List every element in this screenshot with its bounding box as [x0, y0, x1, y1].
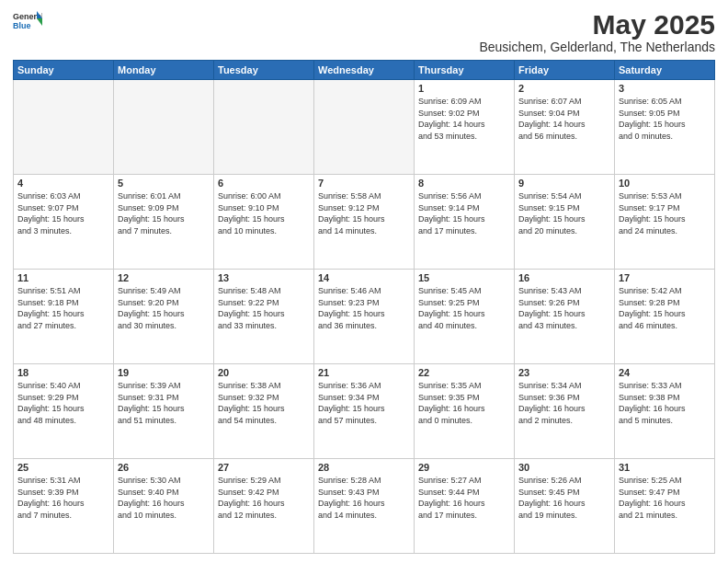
day-info: Sunrise: 5:48 AM Sunset: 9:22 PM Dayligh… [218, 285, 310, 331]
day-number: 15 [418, 272, 510, 283]
day-number: 25 [17, 462, 109, 473]
calendar-cell: 16Sunrise: 5:43 AM Sunset: 9:26 PM Dayli… [515, 270, 615, 364]
header-monday: Monday [114, 61, 214, 80]
day-info: Sunrise: 5:45 AM Sunset: 9:25 PM Dayligh… [418, 285, 510, 331]
day-info: Sunrise: 5:25 AM Sunset: 9:47 PM Dayligh… [619, 475, 711, 521]
calendar-cell [114, 80, 214, 175]
calendar-cell: 8Sunrise: 5:56 AM Sunset: 9:14 PM Daylig… [415, 175, 515, 270]
day-number: 16 [518, 272, 610, 283]
header: General Blue May 2025 Beusichem, Gelderl… [13, 9, 715, 54]
svg-text:Blue: Blue [13, 21, 31, 30]
calendar-cell: 9Sunrise: 5:54 AM Sunset: 9:15 PM Daylig… [515, 175, 615, 270]
calendar-cell: 22Sunrise: 5:35 AM Sunset: 9:35 PM Dayli… [415, 364, 515, 459]
day-info: Sunrise: 5:46 AM Sunset: 9:23 PM Dayligh… [318, 285, 410, 331]
calendar-cell: 5Sunrise: 6:01 AM Sunset: 9:09 PM Daylig… [114, 175, 214, 270]
day-info: Sunrise: 5:28 AM Sunset: 9:43 PM Dayligh… [318, 475, 410, 521]
calendar-cell: 2Sunrise: 6:07 AM Sunset: 9:04 PM Daylig… [515, 80, 615, 175]
calendar-cell: 19Sunrise: 5:39 AM Sunset: 9:31 PM Dayli… [114, 364, 214, 459]
calendar-cell: 13Sunrise: 5:48 AM Sunset: 9:22 PM Dayli… [214, 270, 314, 364]
calendar-week-5: 25Sunrise: 5:31 AM Sunset: 9:39 PM Dayli… [14, 459, 715, 554]
day-info: Sunrise: 5:42 AM Sunset: 9:28 PM Dayligh… [619, 285, 711, 331]
calendar-week-4: 18Sunrise: 5:40 AM Sunset: 9:29 PM Dayli… [14, 364, 715, 459]
day-number: 21 [318, 367, 410, 378]
calendar-week-3: 11Sunrise: 5:51 AM Sunset: 9:18 PM Dayli… [14, 270, 715, 364]
weekday-header-row: Sunday Monday Tuesday Wednesday Thursday… [14, 61, 715, 80]
day-info: Sunrise: 5:51 AM Sunset: 9:18 PM Dayligh… [17, 285, 109, 331]
calendar-cell: 1Sunrise: 6:09 AM Sunset: 9:02 PM Daylig… [415, 80, 515, 175]
day-info: Sunrise: 5:56 AM Sunset: 9:14 PM Dayligh… [418, 190, 510, 236]
header-sunday: Sunday [14, 61, 114, 80]
logo: General Blue [13, 9, 44, 31]
calendar-cell: 20Sunrise: 5:38 AM Sunset: 9:32 PM Dayli… [214, 364, 314, 459]
day-info: Sunrise: 5:53 AM Sunset: 9:17 PM Dayligh… [619, 190, 711, 236]
logo-icon: General Blue [13, 9, 42, 31]
day-number: 13 [218, 272, 310, 283]
day-info: Sunrise: 5:36 AM Sunset: 9:34 PM Dayligh… [318, 380, 410, 426]
day-info: Sunrise: 5:29 AM Sunset: 9:42 PM Dayligh… [218, 475, 310, 521]
calendar-cell: 15Sunrise: 5:45 AM Sunset: 9:25 PM Dayli… [415, 270, 515, 364]
calendar-cell: 7Sunrise: 5:58 AM Sunset: 9:12 PM Daylig… [314, 175, 415, 270]
day-info: Sunrise: 5:40 AM Sunset: 9:29 PM Dayligh… [17, 380, 109, 426]
day-info: Sunrise: 5:27 AM Sunset: 9:44 PM Dayligh… [418, 475, 510, 521]
day-number: 18 [17, 367, 109, 378]
header-thursday: Thursday [415, 61, 515, 80]
header-saturday: Saturday [615, 61, 715, 80]
day-number: 31 [619, 462, 711, 473]
day-number: 2 [518, 83, 610, 94]
calendar-cell: 12Sunrise: 5:49 AM Sunset: 9:20 PM Dayli… [114, 270, 214, 364]
day-info: Sunrise: 6:09 AM Sunset: 9:02 PM Dayligh… [418, 96, 510, 142]
calendar-cell: 28Sunrise: 5:28 AM Sunset: 9:43 PM Dayli… [314, 459, 415, 554]
day-number: 1 [418, 83, 510, 94]
calendar-cell [14, 80, 114, 175]
day-number: 12 [118, 272, 210, 283]
day-number: 26 [118, 462, 210, 473]
header-tuesday: Tuesday [214, 61, 314, 80]
day-info: Sunrise: 6:07 AM Sunset: 9:04 PM Dayligh… [518, 96, 610, 142]
day-info: Sunrise: 5:30 AM Sunset: 9:40 PM Dayligh… [118, 475, 210, 521]
day-number: 3 [619, 83, 711, 94]
day-info: Sunrise: 6:03 AM Sunset: 9:07 PM Dayligh… [17, 190, 109, 236]
day-info: Sunrise: 5:49 AM Sunset: 9:20 PM Dayligh… [118, 285, 210, 331]
calendar-cell: 11Sunrise: 5:51 AM Sunset: 9:18 PM Dayli… [14, 270, 114, 364]
calendar-cell: 29Sunrise: 5:27 AM Sunset: 9:44 PM Dayli… [415, 459, 515, 554]
day-number: 8 [418, 178, 510, 189]
calendar-title: May 2025 [479, 9, 715, 40]
day-info: Sunrise: 5:34 AM Sunset: 9:36 PM Dayligh… [518, 380, 610, 426]
calendar-cell: 25Sunrise: 5:31 AM Sunset: 9:39 PM Dayli… [14, 459, 114, 554]
day-number: 9 [518, 178, 610, 189]
day-info: Sunrise: 5:33 AM Sunset: 9:38 PM Dayligh… [619, 380, 711, 426]
calendar-cell: 6Sunrise: 6:00 AM Sunset: 9:10 PM Daylig… [214, 175, 314, 270]
day-number: 4 [17, 178, 109, 189]
calendar-subtitle: Beusichem, Gelderland, The Netherlands [479, 40, 715, 54]
calendar-cell: 23Sunrise: 5:34 AM Sunset: 9:36 PM Dayli… [515, 364, 615, 459]
day-info: Sunrise: 5:43 AM Sunset: 9:26 PM Dayligh… [518, 285, 610, 331]
day-info: Sunrise: 6:05 AM Sunset: 9:05 PM Dayligh… [619, 96, 711, 142]
title-block: May 2025 Beusichem, Gelderland, The Neth… [479, 9, 715, 54]
day-number: 29 [418, 462, 510, 473]
calendar-week-1: 1Sunrise: 6:09 AM Sunset: 9:02 PM Daylig… [14, 80, 715, 175]
day-number: 28 [318, 462, 410, 473]
day-number: 19 [118, 367, 210, 378]
day-number: 27 [218, 462, 310, 473]
calendar-cell: 17Sunrise: 5:42 AM Sunset: 9:28 PM Dayli… [615, 270, 715, 364]
calendar-table: Sunday Monday Tuesday Wednesday Thursday… [13, 60, 715, 554]
day-number: 30 [518, 462, 610, 473]
calendar-cell [314, 80, 415, 175]
day-number: 7 [318, 178, 410, 189]
day-info: Sunrise: 5:58 AM Sunset: 9:12 PM Dayligh… [318, 190, 410, 236]
day-number: 20 [218, 367, 310, 378]
day-info: Sunrise: 5:54 AM Sunset: 9:15 PM Dayligh… [518, 190, 610, 236]
day-number: 6 [218, 178, 310, 189]
calendar-cell: 27Sunrise: 5:29 AM Sunset: 9:42 PM Dayli… [214, 459, 314, 554]
header-wednesday: Wednesday [314, 61, 415, 80]
calendar-cell [214, 80, 314, 175]
calendar-cell: 3Sunrise: 6:05 AM Sunset: 9:05 PM Daylig… [615, 80, 715, 175]
calendar-week-2: 4Sunrise: 6:03 AM Sunset: 9:07 PM Daylig… [14, 175, 715, 270]
day-number: 22 [418, 367, 510, 378]
day-info: Sunrise: 5:39 AM Sunset: 9:31 PM Dayligh… [118, 380, 210, 426]
day-number: 5 [118, 178, 210, 189]
calendar-cell: 31Sunrise: 5:25 AM Sunset: 9:47 PM Dayli… [615, 459, 715, 554]
calendar-cell: 30Sunrise: 5:26 AM Sunset: 9:45 PM Dayli… [515, 459, 615, 554]
day-number: 17 [619, 272, 711, 283]
day-number: 11 [17, 272, 109, 283]
